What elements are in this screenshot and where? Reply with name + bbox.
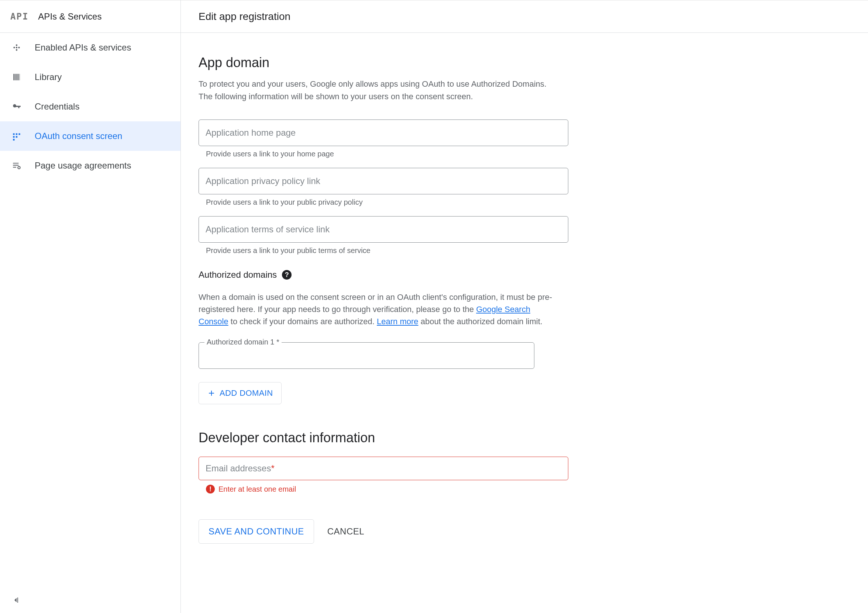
app-domain-description: To protect you and your users, Google on… (198, 78, 554, 103)
plus-icon (207, 389, 216, 398)
sidebar-nav: Enabled APIs & services Library Credenti… (0, 33, 180, 180)
page-title: Edit app registration (181, 0, 868, 33)
svg-point-1 (13, 47, 15, 48)
learn-more-link[interactable]: Learn more (377, 317, 418, 326)
svg-point-0 (16, 47, 17, 48)
save-and-continue-button[interactable]: SAVE AND CONTINUE (198, 519, 314, 544)
email-error: ! Enter at least one email (198, 480, 554, 494)
svg-point-4 (16, 49, 17, 51)
sidebar-item-label: Page usage agreements (35, 161, 132, 171)
sidebar-header: API APIs & Services (0, 0, 180, 33)
api-logo: API (10, 11, 28, 22)
error-icon: ! (206, 485, 215, 494)
sidebar-item-enabled-apis[interactable]: Enabled APIs & services (0, 33, 180, 62)
svg-rect-6 (17, 598, 18, 603)
email-error-text: Enter at least one email (219, 485, 296, 494)
sidebar-item-oauth-consent[interactable]: OAuth consent screen (0, 121, 180, 151)
application-privacy-policy-input[interactable] (198, 168, 568, 194)
sidebar-item-page-usage-agreements[interactable]: Page usage agreements (0, 151, 180, 180)
svg-point-5 (18, 166, 20, 169)
sidebar-item-label: OAuth consent screen (35, 131, 122, 141)
developer-contact-heading: Developer contact information (198, 430, 554, 446)
sidebar-item-credentials[interactable]: Credentials (0, 92, 180, 121)
key-icon (11, 101, 22, 112)
sidebar-item-label: Enabled APIs & services (35, 42, 131, 53)
agreements-icon (11, 160, 22, 171)
help-icon[interactable]: ? (282, 270, 291, 280)
authorized-domain-1-field: Authorized domain 1 * (198, 342, 535, 369)
sidebar-item-library[interactable]: Library (0, 62, 180, 92)
cancel-button[interactable]: CANCEL (327, 526, 364, 537)
content: App domain To protect you and your users… (181, 33, 572, 559)
oauth-consent-icon (11, 130, 22, 142)
sidebar-title: APIs & Services (38, 11, 101, 22)
authorized-domain-1-label: Authorized domain 1 * (205, 338, 282, 346)
application-home-page-helper: Provide users a link to your home page (198, 146, 554, 158)
sidebar: API APIs & Services Enabled APIs & servi… (0, 0, 181, 613)
application-home-page-input[interactable] (198, 119, 568, 146)
main: Edit app registration App domain To prot… (181, 0, 868, 613)
sidebar-item-label: Credentials (35, 101, 79, 112)
authorized-domains-heading: Authorized domains (198, 269, 277, 280)
application-tos-helper: Provide users a link to your public term… (198, 243, 554, 255)
application-privacy-policy-helper: Provide users a link to your public priv… (198, 194, 554, 207)
collapse-sidebar-button[interactable] (10, 594, 22, 605)
enabled-apis-icon (11, 42, 22, 53)
application-tos-input[interactable] (198, 216, 568, 243)
library-icon (11, 71, 22, 83)
add-domain-label: ADD DOMAIN (220, 389, 273, 398)
add-domain-button[interactable]: ADD DOMAIN (198, 382, 282, 404)
svg-point-2 (18, 47, 20, 48)
app-domain-heading: App domain (198, 55, 554, 70)
sidebar-item-label: Library (35, 72, 62, 82)
svg-point-3 (16, 44, 17, 46)
email-addresses-input[interactable]: Email addresses * (198, 457, 568, 480)
authorized-domains-description: When a domain is used on the consent scr… (198, 291, 554, 328)
